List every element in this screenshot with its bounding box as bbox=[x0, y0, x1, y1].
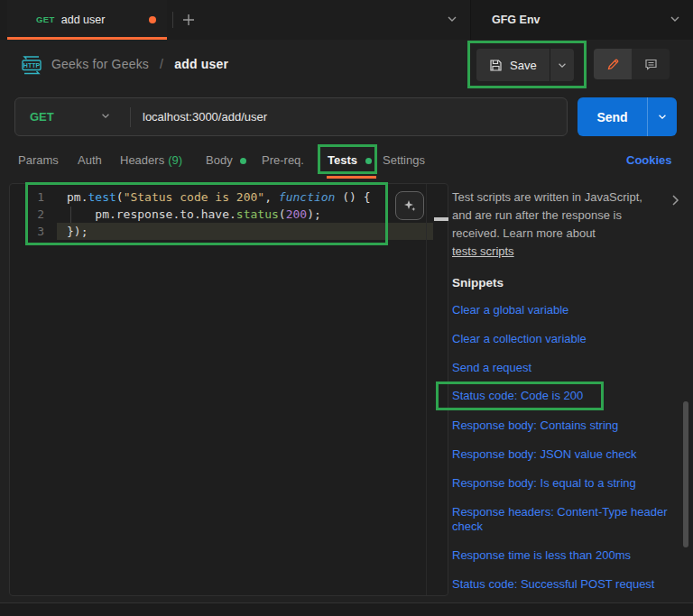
code-token: ( bbox=[279, 207, 286, 221]
snippet-link[interactable]: Status code: Code is 200 bbox=[436, 382, 604, 410]
snippet-link[interactable]: Response body: Contains string bbox=[452, 418, 674, 433]
editor-scroll-track bbox=[426, 184, 427, 595]
tab-method-label: GET bbox=[36, 14, 55, 24]
code-line: 2 pm.response.to.have.status(200); bbox=[10, 206, 448, 223]
line-number: 3 bbox=[10, 223, 44, 240]
line-number: 2 bbox=[10, 206, 44, 223]
http-request-icon: HTTP bbox=[19, 52, 44, 78]
tests-description-line: Test scripts are written in JavaScript, bbox=[452, 188, 674, 207]
breadcrumb-separator: / bbox=[160, 57, 163, 71]
code-token: , bbox=[264, 190, 279, 204]
tab-headers-label: Headers bbox=[120, 153, 164, 167]
tab-pre-req[interactable]: Pre-req. bbox=[262, 153, 304, 167]
tab-auth[interactable]: Auth bbox=[78, 153, 102, 167]
new-tab-plus-icon[interactable] bbox=[180, 11, 198, 29]
comments-button[interactable] bbox=[632, 49, 670, 79]
send-options-button[interactable] bbox=[647, 97, 677, 136]
line-number: 1 bbox=[10, 188, 44, 206]
code-line: 1pm.test("Status code is 200", function … bbox=[10, 188, 448, 206]
snippets-title: Snippets bbox=[452, 276, 504, 290]
snippet-link[interactable]: Status code: Successful POST request bbox=[452, 577, 674, 592]
edit-button[interactable] bbox=[594, 49, 632, 79]
breadcrumb-current: add user bbox=[174, 57, 228, 71]
snippet-link[interactable]: Response headers: Content-Type header ch… bbox=[452, 505, 674, 534]
code-editor[interactable]: 1pm.test("Status code is 200", function … bbox=[9, 183, 448, 596]
editor-scrollbar-thumb[interactable] bbox=[434, 217, 448, 221]
code-lines: 1pm.test("Status code is 200", function … bbox=[10, 188, 448, 240]
tab-headers[interactable]: Headers(9) bbox=[120, 153, 182, 167]
snippets-list: Clear a global variableClear a collectio… bbox=[452, 303, 674, 606]
method-chevron-icon[interactable] bbox=[100, 112, 111, 120]
code-token: function bbox=[279, 190, 336, 204]
tests-description-line: received. Learn more about bbox=[452, 225, 674, 243]
code-token: 200 bbox=[286, 207, 307, 221]
send-split-button: Send bbox=[578, 97, 677, 136]
save-options-button[interactable] bbox=[550, 49, 574, 81]
snippet-link[interactable]: Response body: Is equal to a string bbox=[452, 476, 674, 491]
code-token: pm. bbox=[67, 190, 88, 204]
pencil-icon bbox=[606, 58, 620, 71]
tab-headers-count: (9) bbox=[168, 153, 182, 167]
code-token: test bbox=[88, 190, 116, 204]
comment-icon bbox=[644, 58, 658, 71]
tests-dot-icon bbox=[365, 158, 372, 164]
send-button[interactable]: Send bbox=[578, 97, 647, 136]
snippet-link[interactable]: Response body: JSON value check bbox=[452, 447, 674, 462]
tests-scripts-link[interactable]: tests scripts bbox=[452, 244, 514, 258]
environment-chevron-icon[interactable] bbox=[669, 14, 681, 23]
snippet-link[interactable]: Clear a global variable bbox=[452, 303, 674, 317]
tab-title: add user bbox=[61, 14, 106, 26]
collapse-panel-chevron-icon[interactable] bbox=[671, 194, 679, 207]
tests-description: Test scripts are written in JavaScript,a… bbox=[452, 188, 674, 261]
code-token: ); bbox=[307, 207, 321, 221]
footer-bar bbox=[0, 603, 693, 616]
save-button[interactable]: Save bbox=[476, 49, 550, 81]
postbot-icon bbox=[402, 198, 417, 213]
tab-tests[interactable]: Tests bbox=[328, 153, 357, 167]
tab-separator bbox=[172, 12, 173, 28]
snippet-link[interactable]: Clear a collection variable bbox=[452, 332, 674, 346]
code-line: 3}); bbox=[10, 223, 448, 240]
snippet-link[interactable]: Send a request bbox=[452, 361, 674, 375]
breadcrumb: Geeks for Geeks / add user bbox=[51, 57, 228, 71]
active-tab-underline bbox=[7, 37, 167, 40]
svg-text:HTTP: HTTP bbox=[23, 62, 41, 69]
unsaved-dot-icon bbox=[149, 16, 156, 23]
code-token: }); bbox=[67, 225, 88, 238]
save-icon bbox=[489, 59, 503, 72]
body-dot-icon bbox=[240, 158, 246, 164]
method-selector[interactable]: GET bbox=[30, 110, 54, 124]
code-token: pm.response.to.have. bbox=[67, 207, 236, 221]
documentation-panel: Test scripts are written in JavaScript,a… bbox=[452, 183, 674, 261]
save-button-label: Save bbox=[510, 59, 537, 72]
tests-tab-underline bbox=[327, 176, 376, 179]
url-bar: GET localhost:3000/add/user bbox=[14, 97, 568, 136]
tab-settings[interactable]: Settings bbox=[383, 153, 425, 167]
chevron-down-icon bbox=[557, 61, 568, 69]
cookies-link[interactable]: Cookies bbox=[626, 153, 672, 167]
postbot-button[interactable] bbox=[395, 191, 424, 220]
tests-description-line: and are run after the response is bbox=[452, 207, 674, 225]
save-split-button: Save bbox=[476, 49, 574, 81]
top-tab-bar: GET add user GFG Env bbox=[0, 0, 693, 40]
url-input[interactable]: localhost:3000/add/user bbox=[143, 110, 267, 124]
snippet-link[interactable]: Response time is less than 200ms bbox=[452, 548, 674, 563]
url-bar-divider bbox=[130, 107, 131, 127]
code-token: () { bbox=[335, 190, 370, 204]
chevron-down-icon bbox=[657, 113, 668, 121]
code-token: ( bbox=[116, 190, 124, 204]
breadcrumb-collection[interactable]: Geeks for Geeks bbox=[51, 57, 149, 71]
environment-name[interactable]: GFG Env bbox=[492, 14, 540, 26]
request-action-icons bbox=[594, 49, 670, 79]
code-token: "Status code is 200" bbox=[124, 190, 265, 204]
tab-options-chevron-icon[interactable] bbox=[446, 14, 458, 23]
tab-body[interactable]: Body bbox=[206, 153, 233, 167]
request-tab[interactable]: GET add user bbox=[7, 0, 167, 39]
panel-scrollbar-thumb[interactable] bbox=[683, 401, 688, 547]
code-token: status bbox=[236, 207, 279, 221]
tab-params[interactable]: Params bbox=[18, 153, 59, 167]
